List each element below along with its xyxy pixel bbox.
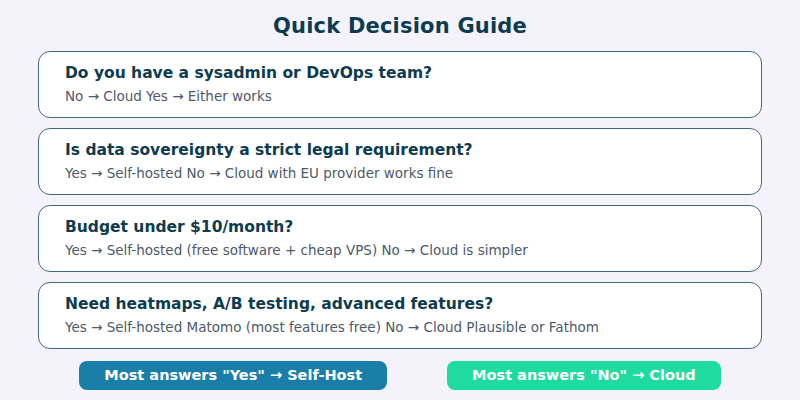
card-answer: Yes → Self-hosted No → Cloud with EU pro… <box>65 165 735 181</box>
page-title: Quick Decision Guide <box>0 14 800 38</box>
question-card-sovereignty: Is data sovereignty a strict legal requi… <box>38 128 762 195</box>
self-host-result-button[interactable]: Most answers "Yes" → Self-Host <box>79 361 387 390</box>
question-card-features: Need heatmaps, A/B testing, advanced fea… <box>38 282 762 349</box>
card-answer: Yes → Self-hosted (free software + cheap… <box>65 242 735 258</box>
question-card-list: Do you have a sysadmin or DevOps team? N… <box>38 51 762 349</box>
decision-guide-page: Quick Decision Guide Do you have a sysad… <box>0 0 800 400</box>
card-question: Budget under $10/month? <box>65 218 735 236</box>
card-question: Need heatmaps, A/B testing, advanced fea… <box>65 295 735 313</box>
results-row: Most answers "Yes" → Self-Host Most answ… <box>0 361 800 390</box>
card-question: Do you have a sysadmin or DevOps team? <box>65 64 735 82</box>
cloud-result-button[interactable]: Most answers "No" → Cloud <box>447 361 721 390</box>
question-card-sysadmin: Do you have a sysadmin or DevOps team? N… <box>38 51 762 118</box>
card-answer: Yes → Self-hosted Matomo (most features … <box>65 319 735 335</box>
card-answer: No → Cloud Yes → Either works <box>65 88 735 104</box>
card-question: Is data sovereignty a strict legal requi… <box>65 141 735 159</box>
question-card-budget: Budget under $10/month? Yes → Self-hoste… <box>38 205 762 272</box>
